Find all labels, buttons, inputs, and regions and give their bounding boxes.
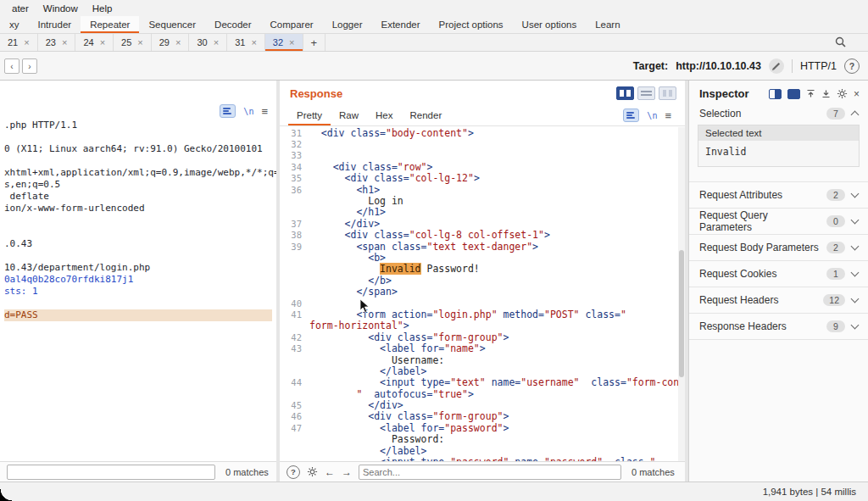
response-search-input[interactable]: [359, 465, 621, 480]
close-tab-icon[interactable]: ×: [289, 37, 294, 47]
collapse-all-icon[interactable]: [806, 89, 815, 98]
response-tab-raw[interactable]: Raw: [331, 104, 367, 125]
mouse-cursor: [359, 298, 370, 317]
expand-all-icon[interactable]: [821, 89, 831, 98]
repeater-tab-21[interactable]: 21×: [0, 34, 38, 51]
search-settings-gear-icon[interactable]: [307, 466, 318, 477]
main-tab-bar: xyIntruderRepeaterSequencerDecoderCompar…: [0, 16, 868, 34]
panel-menu-icon[interactable]: ≡: [665, 109, 671, 122]
close-tab-icon[interactable]: ×: [214, 37, 219, 47]
code-token: form-horizontal": [309, 320, 403, 331]
edit-target-button[interactable]: [769, 58, 784, 74]
next-request-button[interactable]: ›: [22, 58, 37, 74]
close-tab-icon[interactable]: ×: [24, 37, 29, 47]
repeater-tab-23[interactable]: 23×: [38, 34, 76, 51]
request-line: [4, 250, 272, 262]
newline-toggle-icon[interactable]: \n: [647, 111, 657, 120]
inspector-section-request-query-parameters[interactable]: Request Query Parameters0: [689, 209, 868, 235]
code-line: 47<label for="password">: [280, 422, 678, 433]
code-text: Invalid Password!: [309, 263, 480, 275]
response-tab-hex[interactable]: Hex: [367, 104, 401, 125]
inspector-section-request-body-parameters[interactable]: Request Body Parameters2: [689, 235, 868, 261]
tab-extender[interactable]: Extender: [372, 16, 430, 33]
new-tab-button[interactable]: +: [303, 34, 326, 51]
tab-comparer[interactable]: Comparer: [261, 16, 323, 33]
code-token: "body-content": [386, 127, 468, 139]
search-icon[interactable]: [835, 36, 846, 49]
search-help-icon[interactable]: ?: [287, 465, 300, 479]
prettify-icon[interactable]: [623, 109, 639, 122]
tab-user-options[interactable]: User options: [513, 16, 587, 33]
tab-project-options[interactable]: Project options: [430, 16, 513, 33]
close-tab-icon[interactable]: ×: [100, 37, 105, 47]
tab-xy[interactable]: xy: [0, 16, 29, 33]
layout-toggle-group: [616, 86, 676, 100]
code-token: </h1>: [356, 206, 386, 218]
tab-intruder[interactable]: Intruder: [29, 16, 81, 33]
repeater-tab-29[interactable]: 29×: [152, 34, 190, 51]
next-match-icon[interactable]: →: [342, 466, 352, 478]
request-line: d=PASS: [4, 309, 272, 321]
tab-learn[interactable]: Learn: [586, 16, 629, 33]
help-icon[interactable]: ?: [844, 58, 860, 74]
code-text: </label>: [309, 365, 426, 377]
split-view-icon[interactable]: [616, 86, 634, 100]
code-line: Password:: [280, 434, 678, 445]
response-tab-pretty[interactable]: Pretty: [288, 104, 331, 125]
pencil-icon: [771, 62, 781, 71]
request-line: xhtml+xml,application/xml;q=0.9,image/we…: [4, 167, 272, 179]
repeater-tab-25[interactable]: 25×: [114, 34, 152, 51]
tab-repeater[interactable]: Repeater: [81, 16, 139, 33]
dock-left-icon[interactable]: [769, 89, 782, 99]
code-token: <label for=: [380, 342, 444, 354]
repeater-tab-30[interactable]: 30×: [189, 34, 227, 51]
newline-toggle-icon[interactable]: \n: [243, 107, 253, 116]
tab-sequencer[interactable]: Sequencer: [139, 16, 205, 33]
menu-item-help[interactable]: Help: [92, 3, 113, 14]
count-badge: 2: [826, 242, 845, 253]
inspector-section-request-attributes[interactable]: Request Attributes2: [689, 182, 868, 209]
close-tab-icon[interactable]: ×: [62, 37, 67, 47]
close-tab-icon[interactable]: ×: [137, 37, 142, 47]
chevron-down-icon: [851, 216, 860, 225]
code-line: 37</div>: [280, 218, 678, 229]
code-text: <div class="form-group">: [309, 410, 509, 422]
close-tab-icon[interactable]: ×: [175, 37, 181, 47]
line-number: 42: [280, 332, 309, 342]
target-label: Target:: [633, 60, 668, 72]
request-editor[interactable]: .php HTTP/1.1 0 (X11; Linux aarch64; rv:…: [0, 120, 276, 460]
code-line: 45</div>: [280, 399, 678, 410]
repeater-tab-31[interactable]: 31×: [227, 34, 265, 51]
line-number: 33: [280, 150, 309, 160]
code-token: <div class=: [333, 161, 398, 173]
repeater-tab-32[interactable]: 32×: [265, 34, 303, 51]
tab-decoder[interactable]: Decoder: [205, 16, 260, 33]
response-code[interactable]: 31<div class="body-content">32 33 34<div…: [280, 127, 678, 461]
prettify-icon[interactable]: [220, 104, 236, 118]
settings-gear-icon[interactable]: [837, 88, 848, 99]
menu-item-ater[interactable]: ater: [12, 3, 29, 14]
inspector-section-request-headers[interactable]: Request Headers12: [689, 287, 868, 314]
code-line: <b>: [280, 252, 678, 263]
prev-match-icon[interactable]: ←: [325, 466, 335, 478]
menu-item-window[interactable]: Window: [43, 3, 78, 14]
http-protocol-label[interactable]: HTTP/1: [800, 60, 837, 72]
selection-section-header[interactable]: Selection 7: [689, 104, 868, 123]
scrollbar-thumb[interactable]: [679, 250, 684, 377]
inspector-section-response-headers[interactable]: Response Headers9: [689, 314, 868, 340]
close-icon[interactable]: ×: [854, 88, 860, 100]
inspector-section-request-cookies[interactable]: Request Cookies1: [689, 261, 868, 287]
request-search-input[interactable]: [7, 465, 215, 480]
rows-view-icon[interactable]: [637, 86, 655, 100]
code-text: <div class="body-content">: [309, 127, 474, 139]
close-tab-icon[interactable]: ×: [251, 37, 256, 47]
prev-request-button[interactable]: ‹: [4, 58, 19, 74]
history-nav: ‹ ›: [4, 58, 37, 74]
columns-view-icon[interactable]: [659, 86, 676, 100]
repeater-tab-24[interactable]: 24×: [75, 34, 114, 51]
response-tab-render[interactable]: Render: [402, 104, 451, 125]
dock-right-icon[interactable]: [787, 89, 800, 99]
tab-logger[interactable]: Logger: [323, 16, 372, 33]
code-token: "POST": [544, 309, 580, 320]
panel-menu-icon[interactable]: ≡: [261, 105, 268, 118]
